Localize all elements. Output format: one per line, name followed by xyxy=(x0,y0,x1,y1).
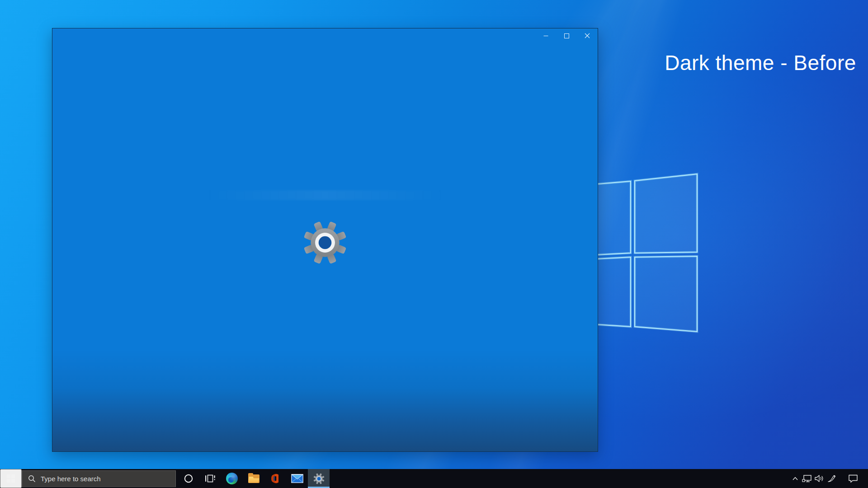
mail-button[interactable] xyxy=(286,469,308,488)
volume-tray-button[interactable] xyxy=(813,469,826,488)
office-button[interactable] xyxy=(264,469,286,488)
annotation-caption: Dark theme - Before xyxy=(656,51,864,75)
task-view-button[interactable] xyxy=(199,469,221,488)
task-view-icon xyxy=(205,474,216,483)
volume-icon xyxy=(814,474,824,483)
settings-gear-icon xyxy=(303,221,347,265)
edge-button[interactable] xyxy=(221,469,243,488)
taskbar-app-buttons xyxy=(178,469,330,488)
cortana-button[interactable] xyxy=(178,469,199,488)
maximize-button[interactable] xyxy=(556,28,577,43)
chevron-up-icon xyxy=(792,475,799,482)
maximize-icon xyxy=(564,33,569,38)
show-hidden-icons-button[interactable] xyxy=(789,469,801,488)
window-caption-buttons xyxy=(535,28,598,43)
mail-icon xyxy=(291,474,303,483)
close-button[interactable] xyxy=(577,28,598,43)
settings-taskbar-gear-icon xyxy=(313,473,325,484)
action-center-icon xyxy=(848,474,858,483)
taskbar-search-box[interactable] xyxy=(22,470,176,487)
windows-start-icon xyxy=(7,474,15,483)
search-input[interactable] xyxy=(41,471,175,487)
minimize-button[interactable] xyxy=(535,28,556,43)
close-icon xyxy=(585,33,590,38)
start-button[interactable] xyxy=(0,469,22,488)
edge-icon xyxy=(226,473,238,484)
settings-window xyxy=(52,28,598,452)
minimize-icon xyxy=(543,33,548,38)
pen-icon xyxy=(827,474,837,483)
desktop: Dark theme - Before xyxy=(0,0,868,488)
office-icon xyxy=(270,473,281,484)
network-tray-button[interactable] xyxy=(801,469,813,488)
magnifier-icon xyxy=(28,475,36,483)
windows-ink-tray-button[interactable] xyxy=(826,469,838,488)
action-center-button[interactable] xyxy=(843,469,863,488)
file-explorer-button[interactable] xyxy=(243,469,264,488)
system-tray xyxy=(789,469,868,488)
splash-highlight-band xyxy=(205,190,445,200)
taskbar xyxy=(0,469,868,488)
settings-button[interactable] xyxy=(308,469,330,488)
network-icon xyxy=(802,474,812,483)
file-explorer-icon xyxy=(248,474,259,483)
cortana-icon xyxy=(184,474,193,483)
